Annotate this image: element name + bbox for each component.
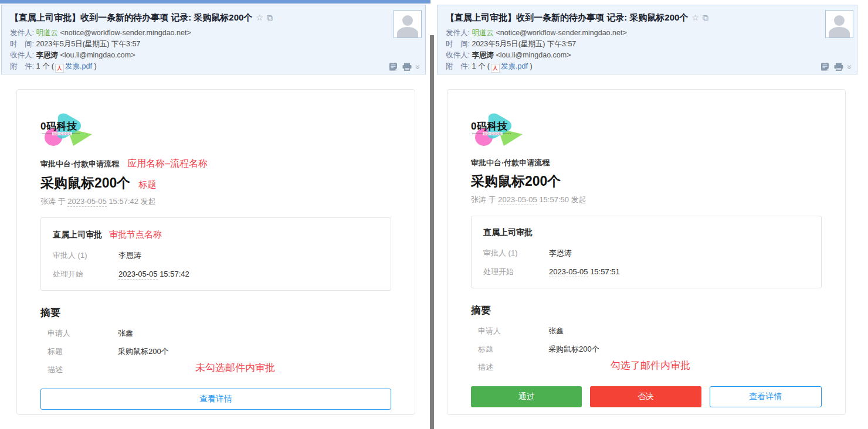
pdf-icon: 人 [491,64,500,73]
initiated-prefix: 于 [489,195,496,204]
mail-subject-row: 【直属上司审批】收到一条新的待办事项 记录: 采购鼠标200个☆⧉ [446,12,849,23]
reject-button[interactable]: 否决 [590,386,701,407]
window-top-bar [0,0,430,4]
attachment-row: 附 件: 1 个 (人发票.pdf ) [10,61,417,73]
time-label: 时 间: [10,40,34,48]
avatar-shoulders-shape [397,27,418,38]
recipient-address: <lou.li@mingdao.com> [60,51,135,59]
email-pane-no-inline-approval: 【直属上司审批】收到一条新的待办事项 记录: 采购鼠标200个☆⧉ 发件人: 明… [0,0,430,429]
action-button-row: 查看详情 [40,389,391,410]
node-title-row: 直属上司审批审批节点名称 [53,229,379,240]
pane-divider [430,35,434,429]
popup-icon[interactable]: ⧉ [267,13,273,22]
avatar[interactable] [825,10,853,38]
sender-name[interactable]: 明道云 [472,29,494,37]
view-details-button[interactable]: 查看详情 [40,389,391,410]
approver-row: 审批人 (1)李恩涛 [483,248,809,258]
start-time-row: 处理开始2023-05-05 15:57:42 [53,269,379,279]
record-title: 采购鼠标200个 [40,175,130,190]
logo-text: 0码科技 [471,120,507,133]
to-row: 收件人: 李恩涛 <lou.li@mingdao.com> [446,50,849,61]
company-logo: 0码科技 NO CODE [40,113,99,147]
to-row: 收件人: 李恩涛 <lou.li@mingdao.com> [10,50,417,61]
from-label: 发件人: [446,29,470,37]
star-icon[interactable]: ☆ [256,13,263,22]
annotation-no-inline-approval: 未勾选邮件内审批 [195,363,275,373]
attachment-count: 1 个 ( [472,62,490,70]
start-label: 处理开始 [53,269,118,279]
sender-address: <notice@workflow-sender.mingdao.net> [496,29,626,37]
description-row: 描述勾选了邮件内审批 [471,362,822,372]
approve-button[interactable]: 通过 [471,386,582,407]
header-action-icons: » [389,63,421,71]
applicant-label: 申请人 [48,328,118,338]
node-title-row: 直属上司审批 [483,227,809,238]
title-label: 标题 [48,346,118,356]
time-value: 2023年5月5日(星期五) 下午3:57 [472,40,576,48]
recipient-name[interactable]: 李恩涛 [36,51,58,59]
approval-node-card: 直属上司审批审批节点名称 审批人 (1)李恩涛 处理开始2023-05-05 1… [40,217,391,291]
title-value: 采购鼠标200个 [548,345,599,353]
summary-section: 摘要 申请人张鑫 标题采购鼠标200个 描述未勾选邮件内审批 [40,306,391,374]
start-date: 2023-05-05 [118,270,158,280]
mail-header: 【直属上司审批】收到一条新的待办事项 记录: 采购鼠标200个☆⧉ 发件人: 明… [1,5,426,74]
star-icon[interactable]: ☆ [691,13,699,22]
email-body-card: 0码科技 NO CODE 审批中台·付款申请流程应用名称–流程名称 采购鼠标20… [16,89,415,415]
attachment-close: ) [94,62,96,70]
sender-name[interactable]: 明道云 [36,29,58,37]
view-details-button[interactable]: 查看详情 [710,386,822,407]
summary-title: 摘要 [40,306,391,319]
avatar-shoulders-shape [829,27,850,38]
approver-row: 审批人 (1)李恩涛 [53,250,379,260]
email-pane-with-inline-approval: 【直属上司审批】收到一条新的待办事项 记录: 采购鼠标200个☆⧉ 发件人: 明… [438,0,868,429]
annotation-inline-approval: 勾选了邮件内审批 [611,360,690,370]
from-row: 发件人: 明道云 <notice@workflow-sender.mingdao… [10,28,417,39]
annotation-app-flow: 应用名称–流程名称 [127,158,208,168]
record-title: 采购鼠标200个 [471,173,561,189]
annotation-title: 标题 [138,179,156,189]
from-label: 发件人: [10,29,34,37]
approver-value: 李恩涛 [549,248,572,257]
initiator-line: 张涛 于 2023-05-05 15:57:50 发起 [471,195,822,205]
start-time-row: 处理开始2023-05-05 15:57:51 [483,267,809,277]
initiated-time: 15:57:42 [108,197,138,206]
note-icon[interactable] [820,63,829,71]
note-icon[interactable] [389,63,398,71]
mail-subject: 【直属上司审批】收到一条新的待办事项 记录: 采购鼠标200个 [446,12,688,22]
mail-header: 【直属上司审批】收到一条新的待办事项 记录: 采购鼠标200个☆⧉ 发件人: 明… [437,5,857,74]
app-flow-row: 审批中台·付款申请流程应用名称–流程名称 [40,158,391,170]
app-flow-name: 审批中台·付款申请流程 [471,158,550,167]
printer-icon[interactable] [834,63,843,71]
initiator-name: 张涛 [471,195,486,204]
from-row: 发件人: 明道云 <notice@workflow-sender.mingdao… [446,28,849,39]
collapse-icon[interactable]: » [415,65,422,69]
recipient-address: <lou.li@mingdao.com> [496,51,571,59]
initiated-suffix: 发起 [571,195,586,204]
avatar[interactable] [394,10,422,38]
annotation-node-name: 审批节点名称 [109,229,162,239]
approver-label: 审批人 (1) [483,248,549,258]
collapse-icon[interactable]: » [847,65,854,69]
logo-subtext: NO CODE [52,132,72,135]
start-label: 处理开始 [483,267,549,277]
initiated-time: 15:57:50 [539,195,569,204]
record-title-row: 采购鼠标200个 [471,172,822,190]
avatar-head-shape [402,15,413,26]
to-label: 收件人: [10,51,34,59]
initiated-date: 2023-05-05 [498,195,537,205]
description-label: 描述 [48,365,118,374]
attachment-row: 附 件: 1 个 (人发票.pdf ) [446,61,849,73]
mail-subject: 【直属上司审批】收到一条新的待办事项 记录: 采购鼠标200个 [10,12,252,22]
app-flow-row: 审批中台·付款申请流程 [471,158,822,168]
time-label: 时 间: [446,40,470,48]
attachment-label: 附 件: [10,62,34,70]
initiator-line: 张涛 于 2023-05-05 15:57:42 发起 [40,196,391,207]
attachment-link[interactable]: 发票.pdf [65,62,92,70]
popup-icon[interactable]: ⧉ [703,13,708,22]
printer-icon[interactable] [402,63,412,71]
time-value: 2023年5月5日(星期五) 下午3:57 [36,40,140,48]
attachment-link[interactable]: 发票.pdf [501,62,528,70]
title-label: 标题 [478,344,548,354]
start-date: 2023-05-05 [549,267,588,277]
recipient-name[interactable]: 李恩涛 [472,51,494,59]
